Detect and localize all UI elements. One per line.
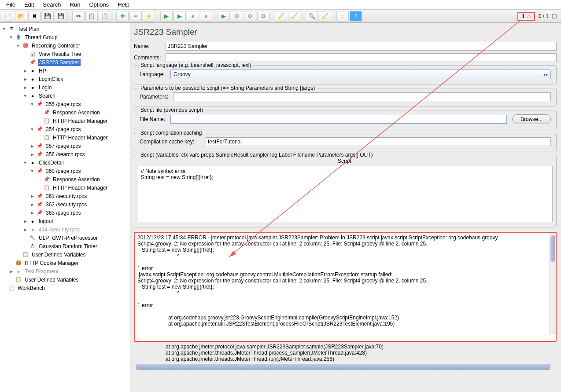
file-name-label: File Name: xyxy=(140,116,168,122)
copy-icon[interactable]: 📋 xyxy=(85,11,98,22)
toggle-icon[interactable]: ⚡ xyxy=(143,11,155,22)
script-header: Script: xyxy=(138,158,553,166)
paste-icon[interactable]: 📋 xyxy=(99,11,111,22)
response-assertion-node[interactable]: Response Assertion xyxy=(52,109,101,116)
remote-stop-icon[interactable]: ⚙ xyxy=(244,11,256,22)
new-file-icon[interactable]: 📄 xyxy=(2,11,14,22)
browse-button[interactable]: Browse... xyxy=(512,114,551,124)
save-as-icon[interactable]: 💾 xyxy=(55,11,67,22)
n414-node[interactable]: 414 /security.rpcs xyxy=(38,226,81,233)
file-name-input[interactable] xyxy=(170,115,507,124)
search-reset-icon[interactable]: 🧹 xyxy=(319,11,331,22)
http-cookie-manager-node[interactable]: HTTP Cookie Manager xyxy=(24,260,80,267)
thread-group-icon: 🧵 xyxy=(15,34,22,41)
n363-node[interactable]: 363 /page.rpcs xyxy=(45,209,81,216)
name-label: Name: xyxy=(134,43,163,49)
cache-key-input[interactable] xyxy=(206,137,551,146)
parameters-input[interactable] xyxy=(173,92,551,101)
params-legend: Parameters to be passed to script (=> St… xyxy=(139,85,317,91)
n355-node[interactable]: 355 /page.rpcs xyxy=(45,101,81,108)
n362-node[interactable]: 362 /security.rpcs xyxy=(45,201,88,208)
menu-options[interactable]: Options xyxy=(85,0,113,9)
login-node[interactable]: Login xyxy=(38,84,52,91)
vertical-scrollbar[interactable] xyxy=(550,233,556,335)
n354-node[interactable]: 354 /page.rpcs xyxy=(45,126,81,133)
shutdown-icon[interactable]: ● xyxy=(200,11,212,22)
remote-start-all-icon[interactable]: ⚙ xyxy=(231,11,243,22)
comments-label: Comments: xyxy=(134,55,163,61)
menu-run[interactable]: Run xyxy=(66,0,85,9)
save-icon[interactable]: 💾 xyxy=(41,11,54,22)
ulp-gwt-node[interactable]: ULP_GWT-PreProcessor xyxy=(38,234,99,242)
n356-node[interactable]: 356 /search.rpcs xyxy=(45,151,86,158)
log-overflow: at org.apache.jmeter.protocol.java.sampl… xyxy=(132,344,558,364)
test-fragment-node[interactable]: Test Fragment xyxy=(24,268,59,275)
warning-badge[interactable]: 1 ⚠ xyxy=(517,12,535,21)
start-icon[interactable]: ▶ xyxy=(160,11,173,22)
function-helper-icon[interactable]: ≡ xyxy=(336,11,349,22)
timer-icon: ⏱ xyxy=(29,243,36,250)
expand-icon[interactable]: ✚ xyxy=(116,11,129,22)
main-panel: JSR223 Sampler Name: Comments: Script la… xyxy=(130,23,561,392)
menu-search[interactable]: Search xyxy=(38,0,65,9)
search-icon[interactable]: 🔍 xyxy=(306,11,318,22)
stop-icon[interactable]: ● xyxy=(187,11,199,22)
log-text[interactable]: 2012/12/23 17:45:34 ERROR - jmeter.proto… xyxy=(135,233,556,341)
n361-node[interactable]: 361 /security.rpcs xyxy=(45,193,88,200)
clickdetail-node[interactable]: ClickDetail xyxy=(38,159,65,166)
warning-count: 1 xyxy=(522,13,525,19)
script-textarea[interactable] xyxy=(138,166,553,222)
n357-node[interactable]: 357 /page.rpcs xyxy=(45,143,81,150)
menu-help[interactable]: Help xyxy=(113,0,134,9)
close-icon[interactable]: ✖ xyxy=(28,11,41,22)
http-header-manager2-node[interactable]: HTTP Header Manager xyxy=(52,134,109,141)
http-header-manager3-node[interactable]: HTTP Header Manager xyxy=(52,184,109,191)
help-icon[interactable]: ? xyxy=(350,11,362,22)
controller-icon: ● xyxy=(29,67,36,74)
workbench-node[interactable]: WorkBench xyxy=(17,285,46,292)
menubar: File Edit Search Run Options Help xyxy=(0,0,561,10)
logout-node[interactable]: logout xyxy=(38,218,54,225)
n360-node[interactable]: 360 /page.rpcs xyxy=(45,168,81,175)
comments-input[interactable] xyxy=(166,53,557,62)
page-title: JSR223 Sampler xyxy=(132,26,558,40)
language-select[interactable]: Groovy ▴▾ xyxy=(170,70,551,79)
http-header-manager-node[interactable]: HTTP Header Manager xyxy=(52,117,109,125)
hp-node[interactable]: HP xyxy=(38,67,47,74)
parameters-fieldset: Parameters to be passed to script (=> St… xyxy=(134,88,557,106)
search-node[interactable]: Search xyxy=(38,92,56,99)
jsr223-sampler-node[interactable]: JSR223 Sampler xyxy=(38,59,81,66)
response-assertion2-node[interactable]: Response Assertion xyxy=(52,176,101,183)
remote-shutdown-icon[interactable]: ⚙ xyxy=(257,11,269,22)
test-plan-tree[interactable]: ▼⚗Test Plan ▼🧵Thread Group ▼🎯Recording C… xyxy=(0,23,130,392)
name-input[interactable] xyxy=(166,42,557,51)
sampler-icon: 📌 xyxy=(36,126,43,133)
chevron-updown-icon: ▴▾ xyxy=(543,72,548,77)
thread-group-node[interactable]: Thread Group xyxy=(24,34,59,41)
remote-start-icon[interactable]: ▶ xyxy=(218,11,230,22)
disabled-icon: ● xyxy=(29,226,36,233)
controller-icon: ● xyxy=(29,218,36,225)
view-results-tree-node[interactable]: View Results Tree xyxy=(38,51,82,58)
start-no-timers-icon[interactable]: ▶ xyxy=(173,11,186,22)
user-defined-vars-node[interactable]: User Defined Variables xyxy=(31,251,87,258)
loginclick-node[interactable]: LoginClick xyxy=(38,76,64,83)
cut-icon[interactable]: ✂ xyxy=(72,11,85,22)
menu-edit[interactable]: Edit xyxy=(20,0,38,9)
preprocessor-icon: 🔧 xyxy=(29,234,36,242)
menu-file[interactable]: File xyxy=(2,0,20,9)
sampler-icon: 📌 xyxy=(36,151,43,158)
clear-icon[interactable]: 🧹 xyxy=(275,11,287,22)
sampler-icon: 📌 xyxy=(36,143,43,150)
open-folder-icon[interactable]: 📂 xyxy=(15,11,27,22)
cache-key-label: Compilation cache key: xyxy=(140,139,203,145)
test-plan-node[interactable]: Test Plan xyxy=(17,26,40,33)
status-indicator xyxy=(552,14,557,18)
user-defined-vars2-node[interactable]: User Defined Variables xyxy=(24,276,80,283)
lang-legend: Script language (e.g. beanshell, javascr… xyxy=(139,62,253,68)
horizontal-scrollbar[interactable] xyxy=(136,364,550,370)
gaussian-node[interactable]: Gaussian Random Timer xyxy=(38,243,98,250)
clear-all-icon[interactable]: 🧹 xyxy=(288,11,300,22)
collapse-icon[interactable]: ━ xyxy=(129,11,142,22)
recording-controller-node[interactable]: Recording Controller xyxy=(31,42,81,49)
